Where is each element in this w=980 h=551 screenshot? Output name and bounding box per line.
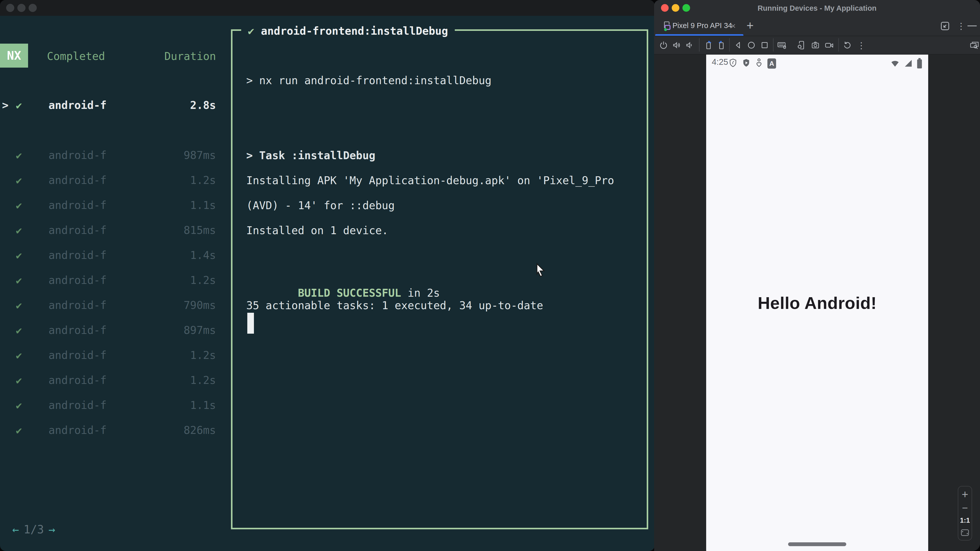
battery-icon (916, 58, 923, 70)
volume-up-icon[interactable] (671, 40, 682, 51)
more-vertical-icon[interactable]: ⋮ (957, 21, 966, 31)
nx-logo: NX (0, 44, 28, 68)
task-row[interactable]: ✔ android-f 1.1s (16, 398, 216, 413)
mouse-cursor (535, 263, 547, 279)
task-output-title: ✔ android-frontend:installDebug (241, 22, 455, 40)
emulator-display-panel: 4:25 (654, 55, 980, 551)
back-icon[interactable] (733, 40, 744, 51)
task-row[interactable]: ✔ android-f 1.1s (16, 198, 216, 213)
power-icon[interactable] (658, 40, 669, 51)
check-icon: ✔ (16, 100, 22, 111)
terminal-line-summary: 35 actionable tasks: 1 executed, 34 up-t… (246, 299, 543, 312)
terminal-line-task: > Task :installDebug (246, 149, 375, 162)
check-icon: ✔ (16, 249, 22, 261)
next-page-arrow-icon[interactable]: → (48, 523, 56, 536)
traffic-light-minimize-icon[interactable] (18, 4, 25, 12)
more-vertical-icon[interactable]: ⋮ (857, 40, 865, 51)
running-devices-window: Running Devices - My Application Pixel 9… (654, 0, 980, 551)
status-icons-right (890, 58, 923, 70)
keyboard-icon[interactable] (776, 40, 788, 51)
pagination: ←1/3→ (12, 523, 55, 536)
separator (838, 38, 839, 52)
task-name: android-f (48, 424, 107, 437)
gesture-nav-pill[interactable] (788, 542, 846, 546)
selected-task-chevron: > (2, 99, 8, 111)
a-badge-icon: A (767, 59, 776, 68)
home-icon[interactable] (746, 40, 757, 51)
terminal-line-installing-1: Installing APK 'My Application-debug.apk… (246, 174, 614, 187)
task-name: android-f (48, 199, 107, 211)
task-duration: 790ms (184, 299, 216, 311)
task-duration: 1.4s (190, 249, 216, 262)
studio-titlebar[interactable]: Running Devices - My Application (654, 0, 980, 16)
prev-page-arrow-icon[interactable]: ← (12, 523, 19, 536)
terminal-line-command: > nx run android-frontend:installDebug (246, 74, 492, 87)
rotate-left-icon[interactable] (703, 40, 714, 51)
emulator-toolbar: ⋮ (654, 36, 980, 54)
minimize-icon[interactable] (967, 25, 977, 26)
task-row[interactable]: ✔ android-f 790ms (16, 298, 216, 313)
tab-close-icon[interactable]: × (731, 21, 736, 31)
screen-record-icon[interactable] (824, 40, 835, 51)
check-icon: ✔ (16, 424, 22, 436)
task-name: android-f (48, 99, 107, 111)
task-duration: 987ms (184, 149, 216, 162)
zoom-out-button[interactable]: − (958, 502, 972, 514)
check-icon: ✔ (248, 25, 254, 37)
task-row[interactable]: ✔ android-f 897ms (16, 323, 216, 338)
terminal-titlebar[interactable] (0, 0, 655, 16)
hello-android-text: Hello Android! (706, 293, 928, 313)
task-row[interactable]: ✔ android-f 1.4s (16, 248, 216, 263)
shield-play-icon (742, 58, 751, 69)
tab-device-label[interactable]: Pixel 9 Pro API 34 (673, 21, 732, 30)
add-tab-icon[interactable]: + (746, 18, 754, 32)
terminal-line-installing-2: (AVD) - 14' for ::debug (246, 199, 395, 212)
overview-icon[interactable] (759, 40, 770, 51)
screenshot-icon[interactable] (810, 40, 821, 51)
task-row[interactable]: ✔ android-f 1.2s (16, 273, 216, 288)
task-row[interactable]: ✔ android-f 815ms (16, 223, 216, 238)
check-icon: ✔ (16, 200, 22, 211)
emulator-screen[interactable]: 4:25 (706, 55, 928, 551)
task-name: android-f (48, 274, 107, 286)
nx-terminal-window: NX Completed Duration > ✔ android-f 2.8s… (0, 0, 655, 551)
volume-down-icon[interactable] (684, 40, 695, 51)
task-output-title-text: android-frontend:installDebug (261, 25, 448, 37)
zoom-ratio-button[interactable]: 1:1 (958, 516, 972, 524)
terminal-line-installed: Installed on 1 device. (246, 224, 388, 237)
task-row[interactable]: ✔ android-f 987ms (16, 148, 216, 163)
task-output-panel: ✔ android-frontend:installDebug > nx run… (231, 29, 648, 529)
rotate-right-icon[interactable] (716, 40, 727, 51)
task-name: android-f (48, 249, 107, 262)
check-icon: ✔ (16, 349, 22, 361)
dock-window-icon[interactable] (939, 21, 951, 33)
task-name: android-f (48, 349, 107, 362)
device-settings-icon[interactable] (796, 40, 807, 51)
task-row[interactable]: ✔ android-f 1.2s (16, 373, 216, 388)
task-duration: 1.2s (190, 374, 216, 386)
check-icon: ✔ (16, 400, 22, 411)
status-time: 4:25 (712, 57, 728, 67)
zoom-in-button[interactable]: + (958, 488, 972, 501)
check-icon: ✔ (16, 224, 22, 236)
task-duration: 1.2s (190, 349, 216, 362)
task-row[interactable]: ✔ android-f 1.2s (16, 348, 216, 363)
fit-to-window-icon[interactable] (958, 527, 972, 539)
task-row[interactable]: ✔ android-f 1.2s (16, 173, 216, 188)
task-row-selected[interactable]: ✔ android-f 2.8s (16, 98, 216, 113)
status-icons-left: A (729, 58, 776, 69)
traffic-light-zoom-icon[interactable] (29, 4, 37, 12)
task-row[interactable]: ✔ android-f 826ms (16, 423, 216, 438)
traffic-light-close-icon[interactable] (6, 4, 14, 12)
task-name: android-f (48, 224, 107, 237)
task-name: android-f (48, 299, 107, 311)
build-successful-text: BUILD SUCCESSFUL (298, 287, 401, 299)
terminal-cursor (247, 313, 254, 333)
task-duration: 1.1s (190, 399, 216, 411)
check-icon: ✔ (16, 375, 22, 386)
check-icon: ✔ (16, 175, 22, 186)
reset-icon[interactable] (842, 40, 853, 51)
check-icon: ✔ (16, 300, 22, 311)
wifi-icon (890, 58, 900, 69)
displays-search-icon[interactable] (969, 40, 980, 51)
